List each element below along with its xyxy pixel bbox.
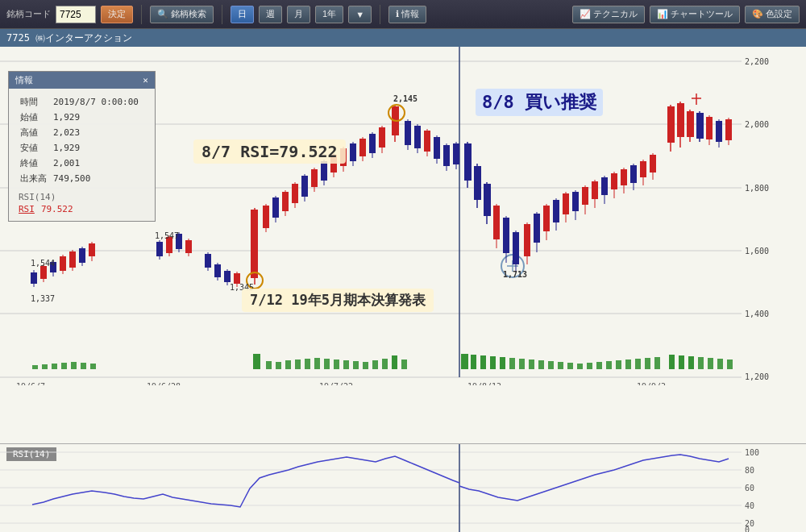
month-button[interactable]: 月 — [287, 6, 310, 23]
svg-rect-144 — [71, 362, 77, 369]
svg-rect-170 — [529, 360, 534, 369]
color-button[interactable]: 🎨 色設定 — [745, 6, 800, 23]
svg-rect-149 — [276, 362, 281, 369]
technical-button[interactable]: 📈 テクニカル — [572, 6, 645, 23]
svg-rect-176 — [587, 363, 592, 369]
code-label: 銘柄コード — [6, 8, 51, 20]
svg-text:0: 0 — [745, 526, 750, 532]
svg-rect-187 — [698, 357, 704, 369]
svg-rect-140 — [32, 365, 38, 369]
svg-text:2,145: 2,145 — [393, 94, 418, 103]
info-button[interactable]: ℹ 情報 — [388, 6, 426, 23]
day-button[interactable]: 日 — [231, 6, 254, 23]
svg-rect-137 — [716, 121, 722, 142]
week-button[interactable]: 週 — [259, 6, 282, 23]
svg-rect-172 — [548, 361, 554, 369]
svg-rect-151 — [295, 360, 301, 369]
svg-text:1,337: 1,337 — [31, 294, 55, 303]
svg-rect-14 — [60, 256, 66, 271]
svg-rect-147 — [253, 354, 260, 369]
rsi-indicator-label: RSI(14) — [19, 192, 145, 202]
svg-rect-165 — [480, 355, 486, 369]
toolbar: 銘柄コード 決定 🔍 銘柄検索 日 週 月 1年 ▼ ℹ 情報 📈 テクニカル … — [0, 0, 806, 29]
chart-container: 7725 ㈱インターアクション — [0, 29, 806, 532]
info-row: 終値 2,001 — [20, 156, 143, 170]
svg-text:19/9/3: 19/9/3 — [637, 382, 666, 385]
rsi-svg: 100 80 60 40 20 0 — [0, 444, 774, 532]
info-label-open: 始値 — [20, 110, 52, 124]
chart-tool-button[interactable]: 📊 チャートツール — [650, 6, 740, 23]
svg-rect-179 — [616, 360, 621, 369]
svg-text:19/6/7: 19/6/7 — [16, 382, 45, 385]
info-value-low: 1,929 — [53, 141, 143, 155]
svg-rect-157 — [353, 361, 359, 369]
svg-text:19/6/28: 19/6/28 — [147, 382, 181, 385]
svg-rect-182 — [645, 358, 650, 369]
svg-text:100: 100 — [745, 448, 759, 457]
toolbar-right: 📈 テクニカル 📊 チャートツール 🎨 色設定 — [572, 6, 800, 23]
code-input[interactable] — [56, 6, 96, 23]
svg-rect-76 — [434, 137, 440, 159]
svg-rect-174 — [567, 363, 573, 369]
svg-rect-20 — [89, 243, 95, 256]
svg-text:19/7/22: 19/7/22 — [319, 382, 353, 385]
svg-text:1,547: 1,547 — [155, 231, 179, 240]
info-label-close: 終値 — [20, 156, 52, 170]
svg-rect-184 — [669, 355, 675, 369]
close-icon[interactable]: ✕ — [143, 75, 148, 85]
svg-rect-111 — [592, 181, 598, 199]
popup-title: 情報 ✕ — [9, 72, 155, 89]
svg-text:19/8/13: 19/8/13 — [467, 382, 501, 385]
svg-rect-121 — [640, 161, 646, 177]
svg-rect-156 — [343, 360, 349, 369]
svg-rect-101 — [543, 206, 550, 231]
svg-rect-32 — [214, 264, 221, 277]
svg-text:1,713: 1,713 — [503, 270, 527, 279]
svg-text:1,200: 1,200 — [745, 372, 769, 381]
svg-rect-183 — [654, 357, 660, 369]
svg-rect-164 — [471, 355, 476, 369]
info-value-high: 2,023 — [53, 126, 143, 139]
1year-button[interactable]: 1年 — [315, 6, 343, 23]
svg-rect-186 — [688, 356, 694, 369]
rsi-col-label: RSI — [19, 204, 35, 214]
svg-rect-185 — [679, 355, 684, 369]
decide-button[interactable]: 決定 — [101, 6, 133, 23]
svg-rect-74 — [424, 131, 430, 152]
info-value-volume: 749,500 — [53, 172, 143, 185]
main-chart[interactable]: 2,200 2,000 1,800 1,600 1,400 1,200 2,14… — [0, 47, 806, 443]
svg-text:60: 60 — [745, 484, 754, 493]
svg-rect-41 — [263, 206, 269, 228]
info-label-time: 時間 — [20, 95, 52, 109]
svg-rect-28 — [185, 240, 192, 253]
buy-annotation: 8/8 買い推奨 — [476, 89, 603, 116]
svg-rect-51 — [311, 169, 318, 187]
svg-rect-91 — [493, 206, 500, 239]
search-icon: 🔍 — [157, 9, 168, 19]
search-button[interactable]: 🔍 銘柄検索 — [150, 6, 214, 23]
info-value-time: 2019/8/7 0:00:00 — [53, 95, 143, 109]
svg-rect-30 — [205, 254, 211, 268]
svg-rect-133 — [696, 113, 704, 139]
info-row: 安値 1,929 — [20, 141, 143, 155]
candles-recovery — [524, 94, 732, 264]
svg-rect-115 — [611, 173, 617, 189]
candles-earnings — [247, 208, 263, 289]
candles-decline — [205, 252, 240, 287]
decision-annotation: 7/12 19年5月期本決算発表 — [242, 289, 434, 312]
sep3 — [380, 5, 380, 24]
svg-rect-161 — [392, 355, 397, 369]
svg-rect-145 — [81, 363, 86, 369]
rsi-value-display: 79.522 — [41, 204, 73, 214]
svg-rect-135 — [706, 117, 713, 139]
svg-rect-142 — [52, 364, 57, 369]
svg-rect-160 — [382, 359, 388, 369]
info-icon: ℹ — [396, 9, 399, 19]
svg-rect-173 — [558, 362, 563, 369]
candles-post-peak — [405, 119, 459, 171]
svg-rect-22 — [156, 242, 163, 256]
svg-rect-103 — [553, 200, 559, 222]
range-dropdown[interactable]: ▼ — [348, 6, 372, 23]
svg-rect-159 — [372, 360, 378, 369]
svg-rect-49 — [301, 176, 308, 197]
